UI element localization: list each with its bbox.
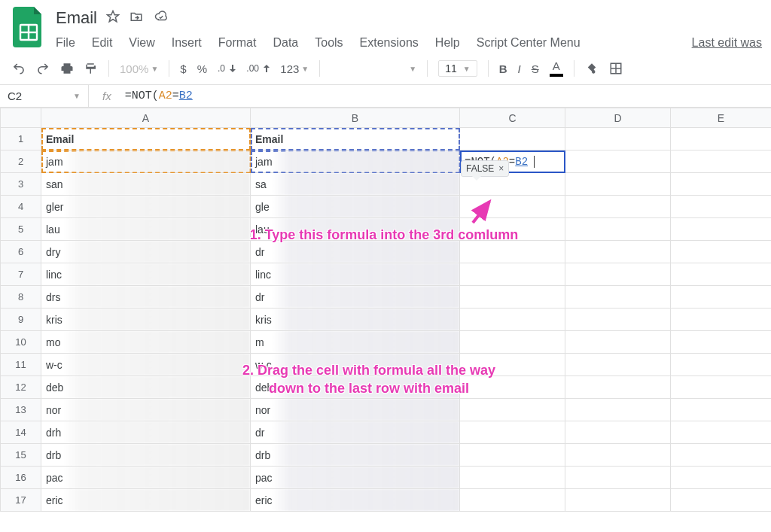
borders-button[interactable] bbox=[609, 62, 623, 75]
cell[interactable]: kris bbox=[251, 309, 460, 331]
cell[interactable]: dr bbox=[251, 421, 460, 444]
row-header[interactable]: 5 bbox=[1, 218, 41, 241]
row-header[interactable]: 1 bbox=[1, 128, 41, 150]
cell[interactable]: san bbox=[41, 173, 251, 196]
cell[interactable] bbox=[565, 467, 671, 489]
doc-title[interactable]: Email bbox=[56, 8, 97, 28]
cell[interactable] bbox=[565, 489, 671, 512]
cell[interactable] bbox=[565, 218, 671, 241]
cloud-status-icon[interactable] bbox=[153, 10, 169, 26]
cell[interactable]: sa bbox=[251, 173, 460, 196]
cell[interactable] bbox=[671, 399, 772, 421]
col-header-a[interactable]: A bbox=[41, 108, 251, 128]
format-percent-button[interactable]: % bbox=[197, 62, 207, 75]
cell[interactable]: Email bbox=[41, 128, 251, 150]
cell[interactable] bbox=[460, 467, 565, 489]
row-header[interactable]: 3 bbox=[1, 173, 41, 196]
cell[interactable]: drh bbox=[41, 421, 251, 444]
format-currency-button[interactable]: $ bbox=[180, 62, 186, 75]
strikethrough-button[interactable]: S bbox=[532, 62, 539, 75]
cell[interactable] bbox=[671, 354, 772, 376]
row-header[interactable]: 15 bbox=[1, 444, 41, 467]
cell[interactable] bbox=[565, 196, 671, 218]
cell[interactable]: jam bbox=[41, 150, 251, 173]
cell[interactable]: lau bbox=[251, 218, 460, 241]
row-header[interactable]: 8 bbox=[1, 286, 41, 309]
menu-view[interactable]: View bbox=[129, 36, 154, 50]
cell[interactable] bbox=[671, 421, 772, 444]
cell[interactable] bbox=[671, 196, 772, 218]
font-dropdown[interactable]: ▼ bbox=[409, 65, 416, 73]
cell[interactable]: lau bbox=[41, 218, 251, 241]
cell[interactable]: Email bbox=[251, 128, 460, 150]
cell[interactable]: w-c bbox=[251, 354, 460, 376]
cell[interactable] bbox=[671, 173, 772, 196]
cell[interactable]: pac bbox=[251, 467, 460, 489]
menu-edit[interactable]: Edit bbox=[92, 36, 113, 50]
cell[interactable] bbox=[671, 467, 772, 489]
menu-format[interactable]: Format bbox=[218, 36, 257, 50]
row-header[interactable]: 14 bbox=[1, 421, 41, 444]
menu-insert[interactable]: Insert bbox=[172, 36, 202, 50]
bold-button[interactable]: B bbox=[499, 62, 507, 75]
cell[interactable] bbox=[671, 444, 772, 467]
row-header[interactable]: 7 bbox=[1, 263, 41, 286]
name-box[interactable]: C2 ▼ bbox=[0, 85, 89, 107]
cell[interactable]: jam bbox=[251, 150, 460, 173]
cell[interactable] bbox=[565, 399, 671, 421]
cell[interactable] bbox=[671, 286, 772, 309]
cell[interactable] bbox=[671, 489, 772, 512]
cell[interactable] bbox=[671, 128, 772, 150]
cell[interactable] bbox=[460, 399, 565, 421]
cell[interactable] bbox=[565, 421, 671, 444]
row-header[interactable]: 9 bbox=[1, 309, 41, 331]
cell[interactable] bbox=[565, 150, 671, 173]
cell[interactable]: nor bbox=[41, 399, 251, 421]
cell[interactable] bbox=[565, 286, 671, 309]
menu-help[interactable]: Help bbox=[435, 36, 460, 50]
cell[interactable] bbox=[671, 376, 772, 399]
cell[interactable]: gler bbox=[41, 196, 251, 218]
cell[interactable]: drs bbox=[41, 286, 251, 309]
menu-tools[interactable]: Tools bbox=[315, 36, 343, 50]
row-header[interactable]: 12 bbox=[1, 376, 41, 399]
col-header-d[interactable]: D bbox=[565, 108, 671, 128]
col-header-e[interactable]: E bbox=[671, 108, 772, 128]
cell[interactable]: dry bbox=[41, 241, 251, 263]
cell[interactable] bbox=[460, 263, 565, 286]
cell[interactable] bbox=[460, 354, 565, 376]
menu-data[interactable]: Data bbox=[273, 36, 298, 50]
row-header[interactable]: 16 bbox=[1, 467, 41, 489]
undo-button[interactable] bbox=[12, 62, 26, 75]
star-icon[interactable] bbox=[106, 10, 120, 26]
cell[interactable]: deb bbox=[41, 376, 251, 399]
cell[interactable]: m bbox=[251, 331, 460, 354]
cell[interactable] bbox=[460, 309, 565, 331]
cell[interactable] bbox=[565, 241, 671, 263]
formula-input[interactable]: =NOT(A2=B2 bbox=[125, 90, 193, 102]
font-size-input[interactable]: 11 ▼ bbox=[438, 60, 477, 77]
cell[interactable] bbox=[565, 173, 671, 196]
cell[interactable]: mo bbox=[41, 331, 251, 354]
cell[interactable] bbox=[671, 331, 772, 354]
cell[interactable]: drb bbox=[41, 444, 251, 467]
row-header[interactable]: 17 bbox=[1, 489, 41, 512]
move-icon[interactable] bbox=[129, 10, 144, 26]
row-header[interactable]: 10 bbox=[1, 331, 41, 354]
row-header[interactable]: 13 bbox=[1, 399, 41, 421]
cell[interactable] bbox=[460, 421, 565, 444]
redo-button[interactable] bbox=[36, 62, 50, 75]
cell[interactable] bbox=[460, 444, 565, 467]
row-header[interactable]: 11 bbox=[1, 354, 41, 376]
close-icon[interactable]: × bbox=[498, 163, 504, 174]
row-header[interactable]: 4 bbox=[1, 196, 41, 218]
cell[interactable] bbox=[671, 309, 772, 331]
fill-color-button[interactable] bbox=[585, 62, 599, 75]
cell[interactable] bbox=[671, 218, 772, 241]
cell[interactable] bbox=[565, 444, 671, 467]
cell[interactable]: linc bbox=[251, 263, 460, 286]
cell[interactable]: w-c bbox=[41, 354, 251, 376]
zoom-dropdown[interactable]: 100% ▼ bbox=[120, 62, 158, 75]
col-header-c[interactable]: C bbox=[460, 108, 565, 128]
cell[interactable]: linc bbox=[41, 263, 251, 286]
